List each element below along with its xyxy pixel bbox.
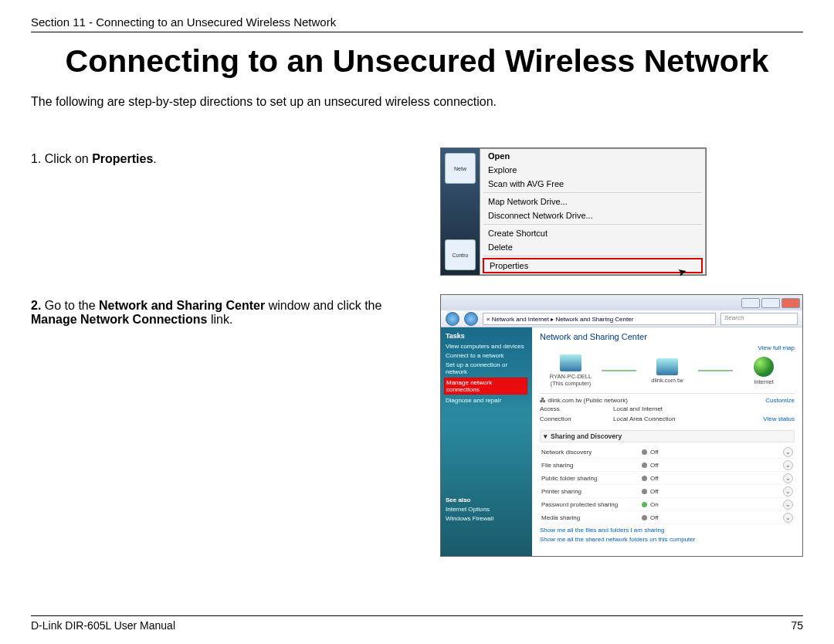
sharing-label: Media sharing xyxy=(541,514,642,521)
router-icon xyxy=(656,358,678,375)
seealso-windows-firewall[interactable]: Windows Firewall xyxy=(446,515,527,522)
node-this-pc: RYAN-PC-DELL (This computer) xyxy=(540,354,602,387)
task-connect-network[interactable]: Connect to a network xyxy=(446,352,527,359)
sharing-value: Off xyxy=(650,475,783,482)
sharing-value: On xyxy=(650,501,783,508)
sharing-label: Printer sharing xyxy=(541,488,642,495)
step2-p3: link. xyxy=(207,313,232,326)
menu-create-shortcut[interactable]: Create Shortcut xyxy=(480,226,705,240)
task-manage-network-connections[interactable]: Manage network connections xyxy=(444,378,527,395)
sharing-value: Off xyxy=(650,462,783,469)
router-name: dlink.com.tw xyxy=(636,377,698,384)
expand-button[interactable]: ⌄ xyxy=(783,486,793,497)
node-internet: Internet xyxy=(733,357,795,385)
nav-forward-button[interactable] xyxy=(464,312,478,326)
address-bar[interactable]: « Network and Internet ▸ Network and Sha… xyxy=(483,313,716,325)
expand-button[interactable]: ⌄ xyxy=(783,473,793,483)
show-me-files-link[interactable]: Show me all the files and folders I am s… xyxy=(540,527,795,534)
sharing-value: Off xyxy=(650,488,783,495)
sidebar: Tasks View computers and devices Connect… xyxy=(441,327,532,556)
seealso-internet-options[interactable]: Internet Options xyxy=(446,506,527,513)
status-dot-icon xyxy=(642,476,647,481)
nav-back-button[interactable] xyxy=(446,312,459,326)
globe-icon xyxy=(754,357,774,377)
chevron-icon: ▾ xyxy=(544,432,548,440)
expand-button[interactable]: ⌄ xyxy=(783,513,793,523)
menu-delete[interactable]: Delete xyxy=(480,240,705,254)
sharing-row: Password protected sharingOn⌄ xyxy=(540,498,795,511)
status-dot-icon xyxy=(642,489,647,494)
sharing-value: Off xyxy=(650,514,783,521)
step2-b2: Manage Network Connections xyxy=(31,313,207,326)
expand-button[interactable]: ⌄ xyxy=(783,500,793,510)
step1-suffix: . xyxy=(153,152,156,165)
menu-properties-label: Properties xyxy=(490,261,528,270)
step-2-row: 2. Go to the Network and Sharing Center … xyxy=(31,294,803,557)
task-diagnose-repair[interactable]: Diagnose and repair xyxy=(446,397,527,404)
status-dot-icon xyxy=(642,463,647,468)
network-desktop-icon: Netw xyxy=(445,153,476,184)
menu-open[interactable]: Open xyxy=(480,149,705,163)
cursor-icon: ➤ xyxy=(676,265,689,280)
menu-scan-avg[interactable]: Scan with AVG Free xyxy=(480,177,705,191)
expand-button[interactable]: ⌄ xyxy=(783,447,793,457)
node-router: dlink.com.tw xyxy=(636,358,698,384)
sharing-label: File sharing xyxy=(541,462,642,469)
section-header: Section 11 - Connecting to an Unsecured … xyxy=(31,15,803,32)
view-status-link[interactable]: View status xyxy=(757,415,795,422)
network-map: RYAN-PC-DELL (This computer) dlink.com.t… xyxy=(540,354,795,387)
step2-b1: Network and Sharing Center xyxy=(99,299,265,312)
step2-p1: Go to the xyxy=(45,299,99,312)
show-me-folders-link[interactable]: Show me all the shared network folders o… xyxy=(540,536,795,543)
step-2-text: 2. Go to the Network and Sharing Center … xyxy=(31,294,440,327)
menu-explore[interactable]: Explore xyxy=(480,163,705,177)
sharing-label: Password protected sharing xyxy=(541,501,642,508)
footer-manual-name: D-Link DIR-605L User Manual xyxy=(31,619,175,632)
main-title: Network and Sharing Center xyxy=(540,332,795,341)
toolbar: « Network and Internet ▸ Network and Sha… xyxy=(441,310,802,327)
context-menu-screenshot: Netw Contro Open Explore Scan with AVG F… xyxy=(440,147,707,276)
close-button[interactable] xyxy=(781,298,800,308)
minimize-button[interactable] xyxy=(741,298,760,308)
page-footer: D-Link DIR-605L User Manual 75 xyxy=(31,615,803,632)
view-full-map-link[interactable]: View full map xyxy=(540,344,795,351)
sharing-row: File sharingOff⌄ xyxy=(540,459,795,472)
menu-disconnect-drive[interactable]: Disconnect Network Drive... xyxy=(480,208,705,222)
sharing-label: Network discovery xyxy=(541,449,642,456)
menu-properties[interactable]: Properties ➤ xyxy=(483,258,703,273)
access-label: Access xyxy=(540,405,613,412)
step-1-text: 1. Click on Properties. xyxy=(31,147,440,166)
task-setup-connection[interactable]: Set up a connection or network xyxy=(446,361,527,375)
sharing-row: Printer sharingOff⌄ xyxy=(540,485,795,498)
control-panel-desktop-icon: Contro xyxy=(445,239,476,270)
tasks-header: Tasks xyxy=(446,332,527,340)
expand-button[interactable]: ⌄ xyxy=(783,460,793,470)
step1-bold: Properties xyxy=(92,152,153,165)
sharing-row: Network discoveryOff⌄ xyxy=(540,446,795,459)
status-dot-icon xyxy=(642,449,647,455)
sharing-discovery-header[interactable]: ▾ Sharing and Discovery xyxy=(540,430,795,442)
footer-page-number: 75 xyxy=(791,619,803,632)
sharing-label: Public folder sharing xyxy=(541,475,642,482)
status-dot-icon xyxy=(642,502,647,507)
menu-map-drive[interactable]: Map Network Drive... xyxy=(480,195,705,208)
network-name-label: 🖧 dlink.com.tw (Public network) xyxy=(540,397,628,404)
connection-label: Connection xyxy=(540,415,613,422)
main-panel: Network and Sharing Center View full map… xyxy=(532,327,802,556)
pc-sub: (This computer) xyxy=(540,380,602,387)
step-1-row: 1. Click on Properties. Netw Contro Open… xyxy=(31,147,803,276)
page-title: Connecting to an Unsecured Wireless Netw… xyxy=(31,43,803,80)
step1-prefix: 1. Click on xyxy=(31,152,92,165)
sharing-row: Public folder sharingOff⌄ xyxy=(540,472,795,485)
maximize-button[interactable] xyxy=(761,298,780,308)
connection-value: Local Area Connection xyxy=(613,415,757,422)
context-menu: Open Explore Scan with AVG Free Map Netw… xyxy=(480,148,706,275)
search-input[interactable]: Search xyxy=(720,313,798,325)
network-sharing-center-screenshot: « Network and Internet ▸ Network and Sha… xyxy=(440,294,803,557)
task-view-computers[interactable]: View computers and devices xyxy=(446,343,527,350)
computer-icon xyxy=(560,354,581,371)
sharing-value: Off xyxy=(650,449,783,456)
intro-paragraph: The following are step-by-step direction… xyxy=(31,95,803,109)
see-also-header: See also xyxy=(446,497,527,503)
customize-link[interactable]: Customize xyxy=(765,397,795,404)
